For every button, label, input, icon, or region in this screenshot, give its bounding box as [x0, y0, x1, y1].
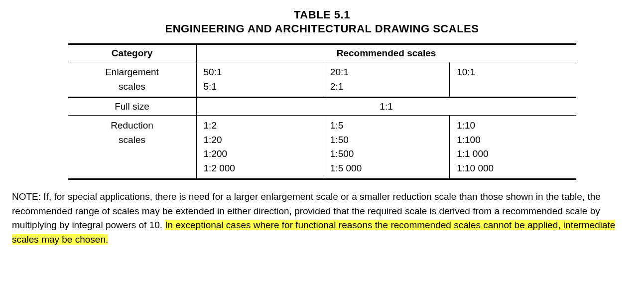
header-category: Category: [68, 44, 197, 62]
enlargement-label-2: scales: [119, 81, 145, 92]
table-title: TABLE 5.1 ENGINEERING AND ARCHITECTURAL …: [12, 8, 632, 35]
enlarge-c2-l2: 2:1: [330, 81, 343, 92]
title-line-1: TABLE 5.1: [12, 8, 632, 22]
reduce-c1-l2: 1:20: [204, 135, 222, 145]
table-note: NOTE: If, for special applications, ther…: [12, 190, 632, 247]
enlarge-c1-l2: 5:1: [204, 81, 217, 92]
title-line-2: ENGINEERING AND ARCHITECTURAL DRAWING SC…: [12, 22, 632, 36]
enlarge-c1-l1: 50:1: [204, 67, 222, 77]
scales-table: Category Recommended scales Enlargement …: [68, 43, 576, 180]
enlarge-c2-l1: 20:1: [330, 67, 349, 77]
reduction-label-1: Reduction: [111, 120, 153, 131]
reduce-c3-l1: 1:10: [457, 120, 475, 131]
row-enlargement: Enlargement scales 50:1 5:1 20:1 2:1 10:…: [68, 62, 576, 98]
reduce-c1-l3: 1:200: [204, 148, 228, 159]
reduce-c3-l4: 1:10 000: [457, 163, 494, 173]
reduce-c2-l2: 1:50: [330, 135, 349, 145]
enlarge-c3-l1: 10:1: [457, 67, 475, 77]
reduce-c3-l3: 1:1 000: [457, 148, 488, 159]
reduce-c3-l2: 1:100: [457, 135, 481, 145]
reduce-c1-l1: 1:2: [204, 120, 217, 131]
row-reduction: Reduction scales 1:2 1:20 1:200 1:2 000 …: [68, 116, 576, 179]
row-fullsize: Full size 1:1: [68, 98, 576, 116]
fullsize-value: 1:1: [380, 101, 392, 112]
reduction-label-2: scales: [119, 135, 145, 145]
fullsize-label: Full size: [115, 101, 149, 112]
reduce-c2-l4: 1:5 000: [330, 163, 362, 173]
header-recommended: Recommended scales: [196, 44, 576, 62]
reduce-c1-l4: 1:2 000: [204, 163, 235, 173]
reduce-c2-l3: 1:500: [330, 148, 354, 159]
enlargement-label-1: Enlargement: [105, 67, 159, 77]
reduce-c2-l1: 1:5: [330, 120, 343, 131]
